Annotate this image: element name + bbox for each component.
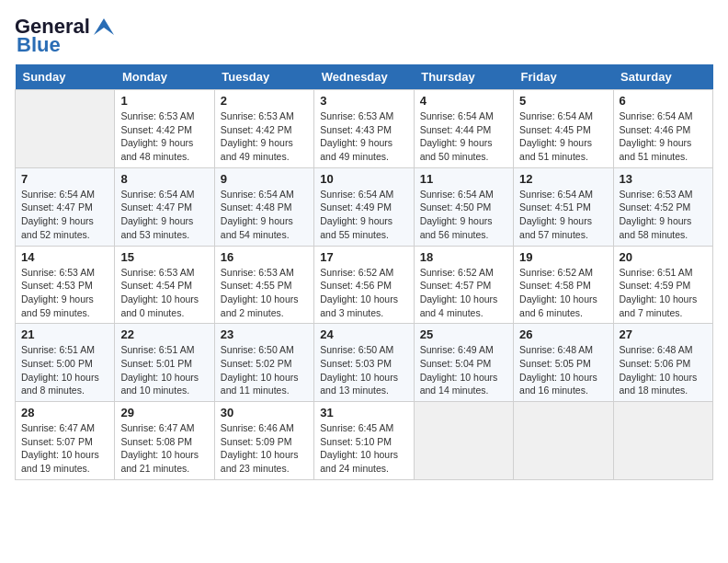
day-info-line: and 57 minutes.: [519, 228, 607, 242]
day-info-line: Sunset: 5:01 PM: [120, 357, 208, 371]
calendar-cell: 26Sunrise: 6:48 AMSunset: 5:05 PMDayligh…: [514, 324, 613, 402]
day-info-line: Sunrise: 6:53 AM: [221, 109, 308, 123]
calendar-cell: 20Sunrise: 6:51 AMSunset: 4:59 PMDayligh…: [613, 246, 712, 324]
day-info-line: Sunset: 4:46 PM: [620, 123, 707, 137]
day-info-line: and 23 minutes.: [221, 462, 308, 476]
day-info-line: Daylight: 10 hours: [420, 293, 507, 306]
day-info-line: Sunset: 4:42 PM: [221, 123, 308, 137]
day-info-line: Sunrise: 6:54 AM: [519, 109, 607, 123]
day-info-line: Sunrise: 6:48 AM: [519, 343, 607, 357]
day-info-line: Daylight: 10 hours: [320, 371, 407, 385]
day-of-week-header: Sunday: [16, 64, 115, 90]
day-info-line: Daylight: 10 hours: [320, 448, 407, 462]
day-info-line: and 48 minutes.: [120, 150, 208, 164]
calendar-week-row: 14Sunrise: 6:53 AMSunset: 4:53 PMDayligh…: [16, 246, 713, 324]
day-info-line: and 49 minutes.: [320, 150, 407, 164]
day-info-line: Sunrise: 6:52 AM: [420, 266, 507, 280]
day-info-line: and 21 minutes.: [120, 462, 208, 476]
calendar-cell: [514, 402, 613, 480]
day-info-line: and 4 minutes.: [420, 306, 507, 320]
day-info-line: Daylight: 9 hours: [620, 214, 707, 228]
day-info-line: Daylight: 10 hours: [620, 293, 707, 306]
day-of-week-header: Wednesday: [314, 64, 414, 90]
day-info-line: Sunrise: 6:54 AM: [221, 188, 308, 201]
calendar-cell: 27Sunrise: 6:48 AMSunset: 5:06 PMDayligh…: [613, 324, 712, 402]
day-info-line: and 13 minutes.: [320, 384, 407, 397]
day-info-line: Daylight: 10 hours: [120, 448, 208, 462]
day-info-line: Sunset: 4:59 PM: [620, 279, 707, 293]
day-info-line: Daylight: 9 hours: [221, 136, 308, 150]
day-info-line: Daylight: 9 hours: [519, 136, 607, 150]
day-info-line: Daylight: 9 hours: [320, 214, 407, 228]
day-info-line: Sunset: 4:53 PM: [21, 279, 108, 293]
day-info-line: and 58 minutes.: [620, 228, 707, 242]
day-number: 22: [120, 327, 208, 341]
calendar-cell: 17Sunrise: 6:52 AMSunset: 4:56 PMDayligh…: [314, 246, 414, 324]
day-number: 19: [519, 250, 607, 264]
day-info-line: Daylight: 9 hours: [519, 214, 607, 228]
calendar-cell: [613, 402, 712, 480]
day-number: 28: [21, 406, 108, 419]
day-info-line: and 2 minutes.: [221, 306, 308, 320]
calendar-cell: 15Sunrise: 6:53 AMSunset: 4:54 PMDayligh…: [115, 246, 214, 324]
calendar-cell: 12Sunrise: 6:54 AMSunset: 4:51 PMDayligh…: [514, 167, 613, 246]
day-info-line: Sunset: 5:09 PM: [221, 435, 308, 449]
day-info-line: Sunrise: 6:53 AM: [221, 266, 308, 280]
day-info-line: Daylight: 10 hours: [120, 293, 208, 306]
day-info-line: Daylight: 10 hours: [21, 371, 108, 385]
day-of-week-header: Monday: [115, 64, 214, 90]
day-info-line: Sunrise: 6:53 AM: [620, 188, 707, 201]
day-number: 26: [519, 327, 607, 341]
day-info-line: Sunrise: 6:54 AM: [420, 188, 507, 201]
day-info-line: Daylight: 10 hours: [221, 371, 308, 385]
day-info-line: Sunrise: 6:49 AM: [420, 343, 507, 357]
day-info-line: Sunrise: 6:54 AM: [120, 188, 208, 201]
day-info-line: Sunrise: 6:51 AM: [120, 343, 208, 357]
calendar-cell: 7Sunrise: 6:54 AMSunset: 4:47 PMDaylight…: [16, 167, 115, 246]
day-info-line: and 19 minutes.: [21, 462, 108, 476]
day-info-line: and 51 minutes.: [519, 150, 607, 164]
day-number: 23: [221, 327, 308, 341]
page-header: General Blue: [15, 15, 713, 57]
calendar-cell: 4Sunrise: 6:54 AMSunset: 4:44 PMDaylight…: [414, 90, 513, 168]
day-of-week-header: Thursday: [414, 64, 513, 90]
day-info-line: Daylight: 9 hours: [21, 293, 108, 306]
calendar-cell: 10Sunrise: 6:54 AMSunset: 4:49 PMDayligh…: [314, 167, 414, 246]
day-info-line: Sunrise: 6:54 AM: [519, 188, 607, 201]
day-info-line: and 55 minutes.: [320, 228, 407, 242]
day-number: 24: [320, 327, 407, 341]
day-number: 29: [120, 406, 208, 419]
day-info-line: Sunset: 4:56 PM: [320, 279, 407, 293]
day-info-line: Sunrise: 6:52 AM: [320, 266, 407, 280]
day-number: 3: [320, 94, 407, 108]
day-info-line: Sunrise: 6:54 AM: [420, 109, 507, 123]
day-info-line: Sunrise: 6:54 AM: [21, 188, 108, 201]
day-info-line: and 10 minutes.: [120, 384, 208, 397]
day-info-line: Daylight: 9 hours: [420, 136, 507, 150]
day-info-line: Sunrise: 6:53 AM: [120, 266, 208, 280]
day-info-line: Sunrise: 6:54 AM: [320, 188, 407, 201]
day-number: 17: [320, 250, 407, 264]
day-info-line: and 0 minutes.: [120, 306, 208, 320]
day-info-line: Sunrise: 6:54 AM: [620, 109, 707, 123]
day-info-line: Sunrise: 6:53 AM: [320, 109, 407, 123]
day-info-line: and 54 minutes.: [221, 228, 308, 242]
day-number: 18: [420, 250, 507, 264]
day-info-line: and 53 minutes.: [120, 228, 208, 242]
day-number: 27: [620, 327, 707, 341]
day-info-line: Sunset: 4:47 PM: [120, 201, 208, 214]
day-info-line: Sunset: 5:00 PM: [21, 357, 108, 371]
day-info-line: Daylight: 9 hours: [120, 136, 208, 150]
calendar-cell: 13Sunrise: 6:53 AMSunset: 4:52 PMDayligh…: [613, 167, 712, 246]
day-info-line: Sunrise: 6:47 AM: [21, 421, 108, 435]
day-info-line: Sunset: 5:03 PM: [320, 357, 407, 371]
day-info-line: Daylight: 9 hours: [21, 214, 108, 228]
calendar-week-row: 28Sunrise: 6:47 AMSunset: 5:07 PMDayligh…: [16, 402, 713, 480]
calendar-cell: 19Sunrise: 6:52 AMSunset: 4:58 PMDayligh…: [514, 246, 613, 324]
calendar-cell: 2Sunrise: 6:53 AMSunset: 4:42 PMDaylight…: [214, 90, 313, 168]
day-info-line: Sunset: 4:47 PM: [21, 201, 108, 214]
day-info-line: and 3 minutes.: [320, 306, 407, 320]
calendar-cell: 30Sunrise: 6:46 AMSunset: 5:09 PMDayligh…: [214, 402, 313, 480]
day-info-line: and 50 minutes.: [420, 150, 507, 164]
day-info-line: Sunrise: 6:48 AM: [620, 343, 707, 357]
